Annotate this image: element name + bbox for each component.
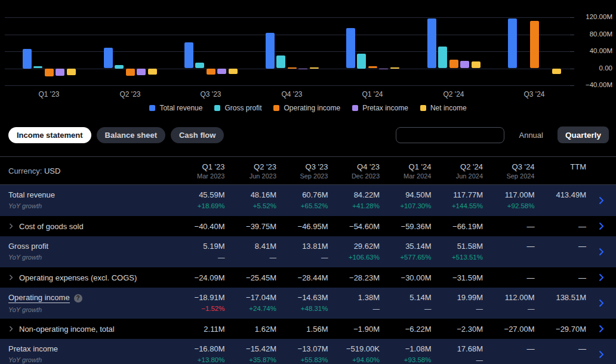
value-cell: 5.19M— xyxy=(173,236,225,267)
expand-chevron-icon[interactable] xyxy=(9,223,13,229)
table-row-gross-profit[interactable]: Gross profitYoY growth5.19M—8.41M—13.81M… xyxy=(0,236,616,267)
tab-cash-flow[interactable]: Cash flow xyxy=(171,127,224,143)
bar-pretax-income[interactable] xyxy=(137,69,146,75)
table-row-total-revenue[interactable]: Total revenueYoY growth45.59M+18.69%48.1… xyxy=(0,185,616,216)
value-cell: 5.14M— xyxy=(380,288,432,319)
bar-pretax-income[interactable] xyxy=(298,69,307,70)
bar-gross-profit[interactable] xyxy=(438,47,447,69)
tab-income-statement[interactable]: Income statement xyxy=(8,127,91,143)
value-cell: 1.56M xyxy=(276,319,328,339)
value-cell: — xyxy=(535,339,587,364)
bar-total-revenue[interactable] xyxy=(427,18,436,69)
bar-gross-profit[interactable] xyxy=(115,65,124,69)
bar-net-income[interactable] xyxy=(67,69,76,75)
value-cell: −6.22M xyxy=(380,319,432,339)
table-row-non-operating-income-total[interactable]: Non-operating income, total2.11M1.62M1.5… xyxy=(0,319,616,339)
bar-total-revenue[interactable] xyxy=(184,42,193,68)
row-detail-chevron-icon[interactable] xyxy=(586,267,616,288)
gridline xyxy=(5,35,570,35)
row-detail-chevron-icon[interactable] xyxy=(586,216,616,236)
bar-pretax-income[interactable] xyxy=(217,69,226,74)
bar-operating-income[interactable] xyxy=(207,69,215,75)
value-cell: 45.59M+18.69% xyxy=(173,185,225,216)
legend-swatch-icon xyxy=(214,105,220,111)
currency-value: USD xyxy=(44,166,60,175)
help-icon[interactable]: ? xyxy=(74,294,82,303)
bar-gross-profit[interactable] xyxy=(357,54,366,69)
tab-balance-sheet[interactable]: Balance sheet xyxy=(97,127,165,143)
bar-net-income[interactable] xyxy=(390,67,399,69)
axis-tick xyxy=(570,51,574,52)
value-cell: −519.00K+94.60% xyxy=(328,339,380,364)
legend-label: Total revenue xyxy=(159,104,202,112)
financials-table: Currency: USD Q1 '23Mar 2023Q2 '23Jun 20… xyxy=(0,156,616,364)
bar-net-income[interactable] xyxy=(472,61,481,68)
value-cell: −30.00M xyxy=(380,267,432,288)
table-row-operating-income[interactable]: Operating income?YoY growth−18.91M−1.52%… xyxy=(0,288,616,319)
column-header-q2-23: Q2 '23Jun 2023 xyxy=(225,162,277,180)
gridline xyxy=(5,51,570,52)
value-cell: −16.80M+13.80% xyxy=(173,339,225,364)
expand-chevron-icon[interactable] xyxy=(9,326,13,332)
row-detail-chevron-icon[interactable] xyxy=(586,339,616,364)
row-detail-chevron-icon[interactable] xyxy=(586,319,616,339)
value-cell: −66.19M xyxy=(432,216,483,236)
legend-item-pretax-income[interactable]: Pretax income xyxy=(352,104,408,112)
bar-total-revenue[interactable] xyxy=(508,18,517,68)
bar-pretax-income[interactable] xyxy=(56,69,64,76)
bar-operating-income[interactable] xyxy=(368,66,377,69)
bar-operating-income[interactable] xyxy=(530,21,539,69)
bar-operating-income[interactable] xyxy=(288,67,297,69)
bar-pretax-income[interactable] xyxy=(460,61,469,69)
row-detail-chevron-icon[interactable] xyxy=(586,236,616,267)
bar-total-revenue[interactable] xyxy=(266,33,275,69)
period-annual[interactable]: Annual xyxy=(519,131,543,140)
bar-total-revenue[interactable] xyxy=(346,28,355,68)
legend-label: Pretax income xyxy=(362,104,408,112)
row-label: Operating expenses (excl. COGS) xyxy=(19,273,137,282)
bar-total-revenue[interactable] xyxy=(104,48,113,68)
bar-total-revenue[interactable] xyxy=(23,49,32,69)
bar-operating-income[interactable] xyxy=(449,60,458,68)
y-axis-label: 120.00M xyxy=(575,13,612,20)
axis-tick xyxy=(570,17,574,18)
period-quarterly[interactable]: Quarterly xyxy=(558,127,609,143)
bar-gross-profit[interactable] xyxy=(195,63,204,69)
table-row-pretax-income[interactable]: Pretax incomeYoY growth−16.80M+13.80%−15… xyxy=(0,339,616,364)
bar-net-income[interactable] xyxy=(552,69,561,74)
legend-item-net-income[interactable]: Net income xyxy=(420,104,467,112)
x-axis-label: Q3 '24 xyxy=(509,90,560,98)
search-box[interactable] xyxy=(396,127,504,143)
table-row-operating-expenses-excl-cogs[interactable]: Operating expenses (excl. COGS)−24.09M−2… xyxy=(0,267,616,288)
bar-gross-profit[interactable] xyxy=(276,55,285,68)
value-cell: 112.00M— xyxy=(483,288,535,319)
bar-gross-profit[interactable] xyxy=(33,66,42,69)
chart-legend: Total revenueGross profitOperating incom… xyxy=(0,104,616,112)
expand-chevron-icon[interactable] xyxy=(9,274,13,280)
value-cell: −13.07M+55.83% xyxy=(276,339,328,364)
x-axis-label: Q2 '24 xyxy=(428,90,479,98)
chart-plot: 120.00M80.00M40.00M0.00−40.00M xyxy=(0,0,616,117)
row-label: Gross profit xyxy=(8,242,48,251)
bar-net-income[interactable] xyxy=(148,69,157,75)
legend-item-operating-income[interactable]: Operating income xyxy=(273,104,340,112)
search-input[interactable] xyxy=(405,131,510,140)
axis-tick xyxy=(570,69,574,69)
row-label: Cost of goods sold xyxy=(19,222,84,231)
legend-item-gross-profit[interactable]: Gross profit xyxy=(214,104,261,112)
row-detail-chevron-icon[interactable] xyxy=(586,288,616,319)
bar-net-income[interactable] xyxy=(229,69,238,74)
table-header: Currency: USD Q1 '23Mar 2023Q2 '23Jun 20… xyxy=(0,157,616,185)
value-cell: −59.36M xyxy=(380,216,432,236)
legend-swatch-icon xyxy=(352,105,358,111)
row-detail-chevron-icon[interactable] xyxy=(586,185,616,216)
bar-pretax-income[interactable] xyxy=(379,69,388,70)
bar-operating-income[interactable] xyxy=(126,69,135,76)
value-cell: 84.22M+41.28% xyxy=(328,185,380,216)
value-cell: 13.81M— xyxy=(276,236,328,267)
bar-net-income[interactable] xyxy=(310,67,319,69)
bar-operating-income[interactable] xyxy=(45,69,54,77)
table-row-cost-of-goods-sold[interactable]: Cost of goods sold−40.40M−39.75M−46.95M−… xyxy=(0,216,616,236)
column-header-q3-24: Q3 '24Sep 2024 xyxy=(483,162,535,180)
legend-item-total-revenue[interactable]: Total revenue xyxy=(149,104,202,112)
